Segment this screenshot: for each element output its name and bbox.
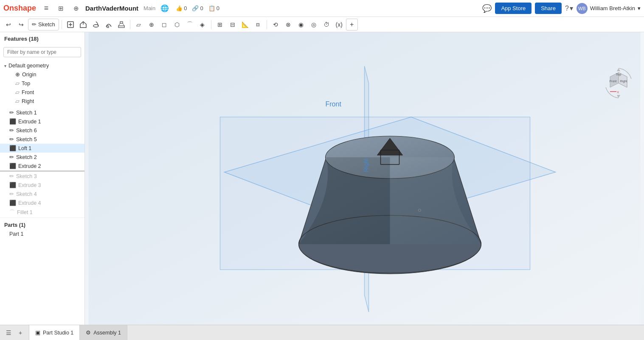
variables-icon[interactable]: (x) [333, 19, 345, 31]
3d-viewport[interactable]: Front Right Top Front [85, 32, 644, 325]
chamfer-icon[interactable]: ◈ [197, 19, 208, 31]
user-chevron-icon: ▾ [638, 5, 641, 11]
sweep-icon[interactable] [103, 19, 115, 31]
sidebar-item-sketch3[interactable]: ✏ Sketch 3 [0, 172, 84, 181]
loft1-label: Loft 1 [18, 145, 31, 151]
sketch3-label: Sketch 3 [16, 173, 37, 179]
default-geometry-label: Default geometry [8, 63, 49, 69]
sketch2-label: Sketch 2 [16, 154, 37, 160]
sidebar-item-sketch4[interactable]: ✏ Sketch 4 [0, 190, 84, 198]
svg-rect-6 [107, 26, 109, 28]
toolbar-separator-3 [211, 20, 211, 29]
cube-svg: Top Front Right X [602, 66, 636, 100]
draft-icon[interactable]: ⬡ [171, 19, 183, 31]
copies-count[interactable]: 📋 0 [208, 5, 219, 11]
sidebar-item-sketch6[interactable]: ✏ Sketch 6 [0, 126, 84, 135]
help-button[interactable]: ? ▾ [565, 4, 573, 12]
bottom-settings-icon[interactable]: ☰ [3, 328, 14, 338]
sketch-icon: ✏ [9, 109, 14, 116]
boolean-icon[interactable]: ⊕ [146, 19, 157, 31]
sidebar-item-sketch1[interactable]: ✏ Sketch 1 [0, 108, 84, 117]
sidebar-item-part1[interactable]: Part 1 [0, 230, 84, 238]
extrude4-icon: ⬛ [9, 200, 16, 206]
extrude4-label: Extrude 4 [18, 200, 41, 206]
mate-icon[interactable]: ⊗ [282, 19, 294, 31]
comment-icon[interactable]: 💬 [482, 4, 492, 13]
fillet1-icon: ⌒ [9, 209, 15, 216]
shell-icon[interactable]: ◻ [158, 19, 170, 31]
tab-part-studio-1[interactable]: ▣ Part Studio 1 [29, 325, 80, 340]
top-label: Top [22, 81, 30, 86]
plane-top-icon: ▱ [15, 80, 20, 86]
svg-text:Front: Front [610, 80, 616, 83]
sidebar-item-extrude4[interactable]: ⬛ Extrude 4 [0, 198, 84, 207]
3d-scene: Front Right [85, 32, 644, 325]
sidebar-item-right[interactable]: ▱ Right [0, 97, 84, 106]
view-cube[interactable]: Top Front Right X [602, 66, 636, 100]
likes-count[interactable]: 👍 0 [176, 5, 187, 11]
simulation-icon[interactable]: ⏱ [321, 19, 332, 31]
filter-area [0, 45, 84, 59]
extrude-icon[interactable] [77, 19, 89, 31]
tab-assembly-label: Assembly 1 [93, 330, 121, 336]
part-studio-icon: ▣ [35, 329, 40, 336]
extrude3-label: Extrude 3 [18, 182, 41, 188]
transform-icon[interactable]: ⟲ [270, 19, 281, 31]
parts-header: Parts (1) [0, 220, 84, 230]
sidebar-item-sketch2[interactable]: ✏ Sketch 2 [0, 153, 84, 162]
pattern-icon[interactable]: ⧈ [252, 19, 264, 31]
sketch5-label: Sketch 5 [16, 137, 37, 142]
toolbar-separator-2 [130, 20, 130, 29]
document-stats: 👍 0 🔗 0 📋 0 [176, 5, 219, 11]
links-count[interactable]: 🔗 0 [192, 5, 203, 11]
default-geometry-group[interactable]: ▾ Default geometry [0, 61, 84, 70]
collapse-arrow-icon: ▾ [4, 64, 6, 68]
plane-icon[interactable]: ▱ [133, 19, 145, 31]
assembly-icon[interactable]: ◉ [295, 19, 307, 31]
sketch-button[interactable]: ✏ Sketch [28, 19, 59, 31]
sidebar-item-sketch5[interactable]: ✏ Sketch 5 [0, 135, 84, 144]
svg-line-9 [118, 23, 120, 26]
sidebar-item-fillet1[interactable]: ⌒ Fillet 1 [0, 207, 84, 217]
render-icon[interactable]: ◎ [308, 19, 320, 31]
filter-input[interactable] [3, 47, 81, 57]
loft1-icon: ⬛ [9, 145, 16, 151]
measure-icon[interactable]: 📐 [239, 19, 251, 31]
bottom-tab-bar: ☰ + ▣ Part Studio 1 ⚙ Assembly 1 [0, 325, 644, 340]
sidebar-item-origin[interactable]: ⊕ Origin [0, 70, 84, 79]
menu-icon[interactable]: ≡ [41, 3, 51, 14]
globe-icon[interactable]: 🌐 [160, 4, 169, 12]
appstore-button[interactable]: App Store [495, 3, 532, 14]
fillet-icon[interactable]: ⌒ [184, 19, 196, 31]
user-menu[interactable]: WB William Brett-Atkin ▾ [577, 3, 641, 14]
undo-button[interactable]: ↩ [3, 19, 14, 31]
fillet1-label: Fillet 1 [17, 209, 33, 215]
sketch6-label: Sketch 6 [16, 128, 37, 134]
sidebar-item-extrude2[interactable]: ⬛ Extrude 2 [0, 162, 84, 170]
sidebar-item-top[interactable]: ▱ Top [0, 79, 84, 88]
more-tools-icon[interactable]: + [346, 19, 358, 31]
view-icon[interactable]: ⊞ [214, 19, 226, 31]
filter-icon[interactable]: ⊞ [55, 3, 67, 14]
sidebar-item-extrude1[interactable]: ⬛ Extrude 1 [0, 117, 84, 126]
new-sketch-icon[interactable] [65, 19, 76, 31]
sidebar-item-loft1[interactable]: ⬛ Loft 1 [0, 144, 84, 153]
sidebar-item-extrude3[interactable]: ⬛ Extrude 3 [0, 181, 84, 190]
svg-text:Top: Top [616, 72, 622, 76]
user-name: William Brett-Atkin [590, 5, 635, 11]
sketch1-label: Sketch 1 [16, 110, 37, 116]
revolve-icon[interactable] [90, 19, 102, 31]
assembly-tab-icon: ⚙ [86, 329, 91, 336]
share-button[interactable]: Share [535, 3, 562, 14]
tab-assembly-1[interactable]: ⚙ Assembly 1 [80, 325, 127, 340]
sketch4-icon: ✏ [9, 191, 14, 197]
bottom-add-tab-icon[interactable]: + [15, 328, 25, 338]
loft-icon[interactable] [115, 19, 127, 31]
sidebar-item-front[interactable]: ▱ Front [0, 88, 84, 97]
add-feature-icon[interactable]: ⊕ [70, 3, 82, 14]
sketch3-icon: ✏ [9, 173, 14, 179]
section-icon[interactable]: ⊟ [227, 19, 239, 31]
svg-text:Front: Front [326, 100, 342, 108]
svg-text:X: X [617, 90, 619, 94]
redo-button[interactable]: ↪ [15, 19, 27, 31]
